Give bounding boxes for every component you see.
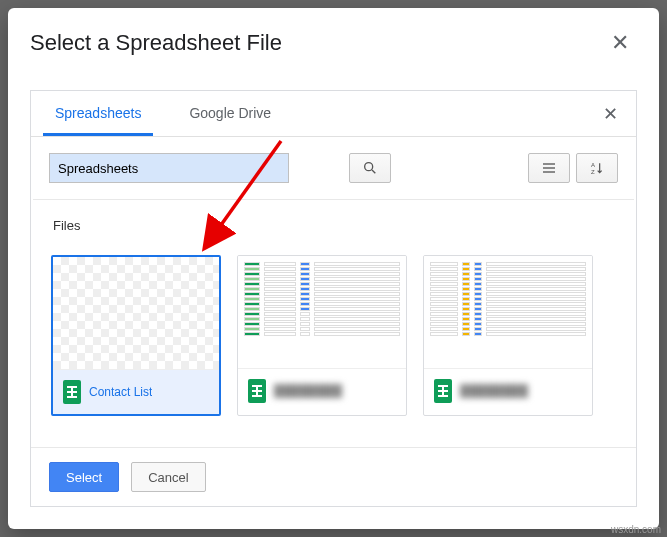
file-meta: ████████	[424, 368, 592, 413]
sort-icon: A Z	[589, 160, 605, 176]
search-input[interactable]	[49, 153, 289, 183]
svg-text:A: A	[591, 162, 595, 168]
tab-spreadsheets[interactable]: Spreadsheets	[43, 91, 153, 136]
list-view-button[interactable]	[528, 153, 570, 183]
list-icon	[541, 160, 557, 176]
close-icon[interactable]: ✕	[597, 99, 624, 129]
content-area: Files Contact List	[33, 199, 634, 447]
dialog-body: Spreadsheets Google Drive ✕	[8, 72, 659, 529]
files-scroll[interactable]: Files Contact List	[33, 200, 634, 447]
file-thumbnail	[238, 256, 406, 368]
svg-rect-2	[543, 163, 555, 164]
file-card-contact-list[interactable]: Contact List	[51, 255, 221, 416]
file-name: Contact List	[89, 385, 152, 399]
file-picker-dialog: Select a Spreadsheet File ✕ Spreadsheets…	[8, 8, 659, 529]
tabs-row: Spreadsheets Google Drive ✕	[31, 91, 636, 137]
file-card[interactable]: ████████	[237, 255, 407, 416]
svg-rect-4	[543, 171, 555, 172]
file-grid: Contact List	[51, 255, 616, 416]
tab-google-drive[interactable]: Google Drive	[177, 91, 283, 136]
search-button[interactable]	[349, 153, 391, 183]
picker-panel: Spreadsheets Google Drive ✕	[30, 90, 637, 507]
sheets-icon	[434, 379, 452, 403]
svg-line-1	[372, 170, 375, 173]
dialog-header: Select a Spreadsheet File ✕	[8, 8, 659, 72]
file-thumbnail	[424, 256, 592, 368]
file-meta: ████████	[238, 368, 406, 413]
file-card[interactable]: ████████	[423, 255, 593, 416]
files-section-label: Files	[53, 218, 616, 233]
file-name: ████████	[274, 384, 342, 398]
search-icon	[362, 160, 378, 176]
sheets-icon	[63, 380, 81, 404]
watermark: wsxdn.com	[611, 524, 661, 535]
sort-button[interactable]: A Z	[576, 153, 618, 183]
sheets-icon	[248, 379, 266, 403]
file-name: ████████	[460, 384, 528, 398]
dialog-title: Select a Spreadsheet File	[30, 30, 282, 56]
file-thumbnail	[53, 257, 219, 369]
svg-text:Z: Z	[591, 169, 595, 175]
svg-point-0	[365, 163, 373, 171]
close-icon[interactable]: ✕	[603, 26, 637, 60]
select-button[interactable]: Select	[49, 462, 119, 492]
button-bar: Select Cancel	[31, 447, 636, 506]
file-meta: Contact List	[53, 369, 219, 414]
toolbar: A Z	[31, 137, 636, 199]
cancel-button[interactable]: Cancel	[131, 462, 205, 492]
svg-rect-3	[543, 167, 555, 168]
